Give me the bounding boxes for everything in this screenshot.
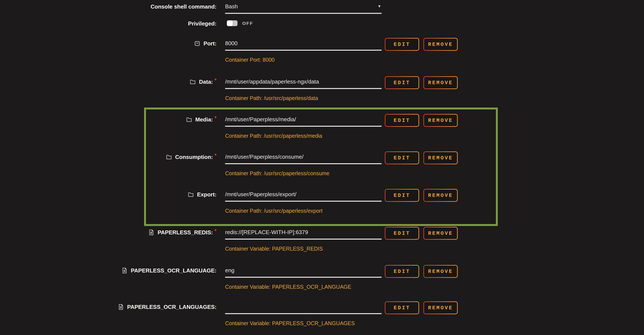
field-label-text: PAPERLESS_OCR_LANGUAGE: [131,267,216,274]
edit-button-label: EDIT [386,38,418,50]
privileged-toggle[interactable] [227,20,238,26]
edit-button[interactable]: EDIT [385,189,419,202]
field-input[interactable]: redis://[REPLACE-WITH-IP]:6379 [225,228,382,240]
folder-icon [166,154,172,160]
remove-button[interactable]: REMOVE [424,114,458,127]
container-mapping-text: Container Path: /usr/src/paperless/expor… [225,207,322,215]
container-mapping-text: Container Variable: PAPERLESS_OCR_LANGUA… [225,319,355,327]
field-label-text: Consumption: [175,153,213,161]
remove-button-label: REMOVE [424,302,457,314]
edit-button[interactable]: EDIT [385,38,419,51]
remove-button[interactable]: REMOVE [424,265,458,278]
remove-button-label: REMOVE [424,77,457,88]
field-input[interactable]: /mnt/user/Paperpless/consume/ [225,153,382,164]
edit-button[interactable]: EDIT [385,227,419,240]
folder-icon [189,78,196,85]
field-input[interactable]: eng [225,266,382,278]
remove-button-label: REMOVE [424,266,457,277]
doc-icon [148,229,155,236]
container-mapping-text: Container Path: /usr/src/paperless/data [225,94,318,102]
edit-button[interactable]: EDIT [385,151,419,164]
field-input-value: /mnt/user/Paperpless/export/ [225,190,382,198]
folder-icon [186,116,192,123]
config-row-consumption: Consumption: * /mnt/user/Paperpless/cons… [0,153,644,187]
container-mapping-text: Container Variable: PAPERLESS_OCR_LANGUA… [225,283,351,291]
field-label: PAPERLESS_REDIS: * [0,229,216,236]
config-row-paperless-redis: PAPERLESS_REDIS: * redis://[REPLACE-WITH… [0,229,644,263]
edit-button-label: EDIT [386,302,418,314]
field-label: Privileged: [0,20,216,27]
field-label: Port: * [0,40,216,47]
shell-command-selected-value: Bash [225,2,382,10]
field-input[interactable]: /mnt/user/Paperpless/export/ [225,190,382,202]
field-label: Data: * [0,78,216,86]
container-mapping-text: Container Port: 8000 [225,56,274,64]
field-input-value: 8000 [225,39,382,47]
field-label-text: Console shell command: [150,3,216,10]
field-input[interactable] [225,303,382,314]
remove-button-label: REMOVE [424,115,457,126]
edit-button-label: EDIT [386,115,418,126]
edit-button[interactable]: EDIT [385,265,419,278]
container-mapping-text: Container Path: /usr/src/paperless/consu… [225,169,329,177]
field-input[interactable]: 8000 [225,39,382,51]
edit-button[interactable]: EDIT [385,301,419,314]
remove-button[interactable]: REMOVE [424,76,458,89]
dropdown-arrow-icon: ▼ [378,4,381,9]
container-mapping-text: Container Path: /usr/src/paperless/media [225,132,322,140]
remove-button[interactable]: REMOVE [424,38,458,51]
field-input-value: /mnt/user/Paperpless/media/ [225,115,382,123]
config-row-port: Port: * 8000 EDIT REMOVE Container Port:… [0,40,644,74]
config-row-data: Data: * /mnt/user/appdata/paperless-ngx/… [0,78,644,112]
edit-button[interactable]: EDIT [385,76,419,89]
required-asterisk: * [214,114,216,122]
field-label-text: PAPERLESS_REDIS: [158,229,213,236]
folder-icon [187,191,194,198]
remove-button-label: REMOVE [424,190,457,201]
field-label: Consumption: * [0,153,216,161]
field-label: PAPERLESS_OCR_LANGUAGES: * [0,303,216,311]
field-label-text: Privileged: [188,20,216,27]
field-input[interactable]: /mnt/user/Paperpless/media/ [225,115,382,127]
field-input-value: eng [225,266,382,274]
edit-button-label: EDIT [386,266,418,277]
doc-icon [121,267,128,274]
field-label: PAPERLESS_OCR_LANGUAGE: * [0,267,216,274]
field-label-text: Data: [199,78,213,86]
edit-button-label: EDIT [386,190,418,201]
edit-button-label: EDIT [386,152,418,164]
remove-button-label: REMOVE [424,38,457,50]
field-label: Console shell command: [0,3,216,10]
config-row-media: Media: * /mnt/user/Paperpless/media/ EDI… [0,116,644,150]
remove-button[interactable]: REMOVE [424,227,458,240]
required-asterisk: * [214,227,216,235]
config-row-paperless-ocr-language: PAPERLESS_OCR_LANGUAGE: * eng EDIT REMOV… [0,267,644,301]
field-input-value: /mnt/user/Paperpless/consume/ [225,153,382,161]
remove-button[interactable]: REMOVE [424,189,458,202]
field-label-text: Media: [195,116,213,123]
field-label: Export: * [0,191,216,198]
edit-button[interactable]: EDIT [385,114,419,127]
field-input[interactable]: /mnt/user/appdata/paperless-ngx/data [225,77,382,89]
field-input-value: redis://[REPLACE-WITH-IP]:6379 [225,228,382,236]
remove-button[interactable]: REMOVE [424,151,458,164]
field-label-text: Export: [197,191,216,198]
port-icon [194,40,201,47]
remove-button[interactable]: REMOVE [424,301,458,314]
field-input-value: /mnt/user/appdata/paperless-ngx/data [225,77,382,86]
toggle-state-label: OFF [242,20,253,27]
config-row-paperless-ocr-languages: PAPERLESS_OCR_LANGUAGES: * EDIT REMOVE C… [0,303,644,335]
field-label: Media: * [0,116,216,123]
edit-button-label: EDIT [386,228,418,239]
edit-button-label: EDIT [386,77,418,88]
doc-icon [118,304,124,310]
required-asterisk: * [214,76,216,84]
container-mapping-text: Container Variable: PAPERLESS_REDIS [225,245,323,253]
field-label-text: PAPERLESS_OCR_LANGUAGES: [127,303,216,311]
config-row-export: Export: * /mnt/user/Paperpless/export/ E… [0,191,644,225]
remove-button-label: REMOVE [424,152,457,164]
docker-container-settings-page: Console shell command: Bash ▼ Privileged… [0,0,644,335]
required-asterisk: * [214,152,216,159]
field-label-text: Port: [204,40,216,47]
shell-command-select[interactable]: Bash ▼ [225,2,382,14]
